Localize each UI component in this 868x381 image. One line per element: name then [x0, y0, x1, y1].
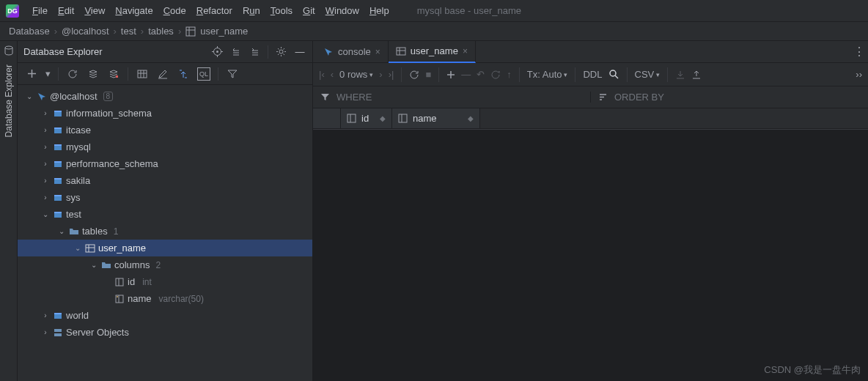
menu-help[interactable]: Help: [369, 5, 389, 16]
where-filter[interactable]: WHERE: [313, 92, 591, 103]
chevron-right-icon: ›: [41, 193, 50, 201]
dropdown-icon[interactable]: ▾: [45, 68, 51, 79]
import-icon[interactable]: [675, 70, 685, 80]
data-grid[interactable]: [313, 129, 868, 381]
svg-rect-27: [54, 195, 62, 196]
stack-icon[interactable]: [87, 67, 100, 81]
stop-icon[interactable]: ■: [425, 69, 431, 80]
next-page-icon[interactable]: ›: [379, 69, 382, 80]
sort-icon[interactable]: ◆: [468, 114, 474, 122]
tab-console[interactable]: console ×: [316, 41, 389, 63]
menu-view[interactable]: View: [84, 5, 105, 16]
last-page-icon[interactable]: ›|: [389, 69, 394, 80]
column-icon: [347, 114, 357, 124]
tree-server-objects[interactable]: ›Server Objects: [18, 324, 312, 341]
add-row-icon[interactable]: [446, 70, 455, 79]
close-icon[interactable]: ×: [375, 47, 380, 57]
menu-navigate[interactable]: Navigate: [115, 5, 152, 16]
menu-tools[interactable]: Tools: [271, 5, 293, 16]
tree-db-performance-schema[interactable]: ›performance_schema: [18, 155, 312, 172]
commit-icon[interactable]: [490, 70, 501, 80]
svg-point-3: [5, 46, 12, 49]
tx-mode[interactable]: Tx: Auto ▾: [527, 69, 568, 80]
db-label: sys: [66, 192, 81, 203]
tree-columns[interactable]: ⌄columns2: [18, 256, 312, 273]
svg-point-37: [117, 296, 118, 297]
minimize-icon[interactable]: —: [293, 45, 306, 59]
datasource-icon: [37, 92, 47, 102]
search-icon[interactable]: [608, 69, 619, 80]
collapse-all-icon[interactable]: [249, 45, 262, 59]
explorer-toolbar: ▾ QL: [18, 63, 312, 85]
close-icon[interactable]: ×: [463, 46, 468, 56]
tool-db-explorer[interactable]: Database Explorer: [4, 64, 14, 137]
tree-db-test[interactable]: ⌄test: [18, 206, 312, 223]
schema-icon: [53, 193, 63, 203]
refresh-icon[interactable]: [66, 67, 79, 81]
add-icon[interactable]: [25, 67, 38, 81]
separator: [268, 45, 268, 59]
overflow-icon[interactable]: ››: [856, 69, 862, 80]
crumb-host[interactable]: @localhost: [62, 26, 109, 37]
tree-db-information-schema[interactable]: ›information_schema: [18, 105, 312, 122]
tree-column-id[interactable]: idint: [18, 273, 312, 290]
tree-table-user-name[interactable]: ⌄user_name: [18, 240, 312, 256]
target-icon[interactable]: [210, 45, 224, 59]
sort-icon[interactable]: ◆: [380, 114, 386, 122]
ddl-button[interactable]: DDL: [583, 69, 602, 80]
menu-file[interactable]: File: [32, 5, 48, 16]
chevron-right-icon: ›: [41, 109, 50, 117]
menu-refactor[interactable]: Refactor: [196, 5, 232, 16]
sql-icon[interactable]: QL: [197, 67, 210, 81]
revert-icon[interactable]: ↶: [477, 69, 485, 80]
orderby-filter[interactable]: ORDER BY: [591, 92, 868, 103]
editor-area: console × user_name × ⋮ |‹ ‹ 0 rows ▾ › …: [313, 41, 868, 381]
row-count[interactable]: 0 rows ▾: [339, 69, 373, 80]
filter-icon[interactable]: [226, 67, 239, 81]
tree-db-world[interactable]: ›world: [18, 307, 312, 324]
crumb-database[interactable]: Database: [9, 26, 50, 37]
chevron-right-icon: ›: [41, 126, 50, 134]
editor-tabs: console × user_name × ⋮: [313, 41, 868, 63]
expand-all-icon[interactable]: [229, 45, 243, 59]
crumb-db[interactable]: test: [121, 26, 136, 37]
tree-column-name[interactable]: namevarchar(50): [18, 290, 312, 307]
reload-icon[interactable]: [409, 70, 419, 80]
columns-label: columns: [114, 259, 150, 270]
crumb-table[interactable]: user_name: [200, 26, 248, 37]
more-icon[interactable]: ⋮: [850, 45, 868, 59]
menu-git[interactable]: Git: [303, 5, 315, 16]
tree-db-sys[interactable]: ›sys: [18, 189, 312, 206]
gear-icon[interactable]: [274, 45, 287, 59]
export-icon[interactable]: [691, 70, 702, 80]
csv-dropdown[interactable]: CSV ▾: [635, 69, 661, 80]
tree-db-sakila[interactable]: ›sakila: [18, 172, 312, 189]
tree-host[interactable]: ⌄ @localhost 8: [18, 88, 312, 105]
menu-edit[interactable]: Edit: [58, 5, 74, 16]
col-header-name[interactable]: name ◆: [392, 108, 480, 128]
tree-db-mysql[interactable]: ›mysql: [18, 138, 312, 155]
col-header-id[interactable]: id ◆: [341, 108, 392, 128]
first-page-icon[interactable]: |‹: [319, 69, 325, 80]
tree-tables[interactable]: ⌄tables1: [18, 223, 312, 240]
tab-label: user_name: [411, 45, 458, 56]
menu-run[interactable]: Run: [243, 5, 260, 16]
corner-cell[interactable]: [313, 108, 341, 128]
remove-row-icon[interactable]: —: [461, 69, 471, 80]
database-icon[interactable]: [4, 45, 14, 56]
svg-rect-47: [347, 114, 356, 122]
table-icon[interactable]: [136, 67, 149, 81]
tree-db-itcase[interactable]: ›itcase: [18, 122, 312, 138]
tab-user-name[interactable]: user_name ×: [389, 41, 476, 63]
chevron-right-icon: ›: [41, 160, 50, 168]
col-label: id: [361, 113, 369, 124]
prev-page-icon[interactable]: ‹: [331, 69, 334, 80]
crumb-tables[interactable]: tables: [148, 26, 174, 37]
submit-icon[interactable]: ↑: [507, 69, 512, 80]
edit-icon[interactable]: [156, 67, 169, 81]
menu-window[interactable]: Window: [326, 5, 359, 16]
stop-icon[interactable]: [107, 67, 120, 81]
db-label: itcase: [66, 125, 91, 136]
menu-code[interactable]: Code: [163, 5, 186, 16]
jump-icon[interactable]: [177, 67, 190, 81]
